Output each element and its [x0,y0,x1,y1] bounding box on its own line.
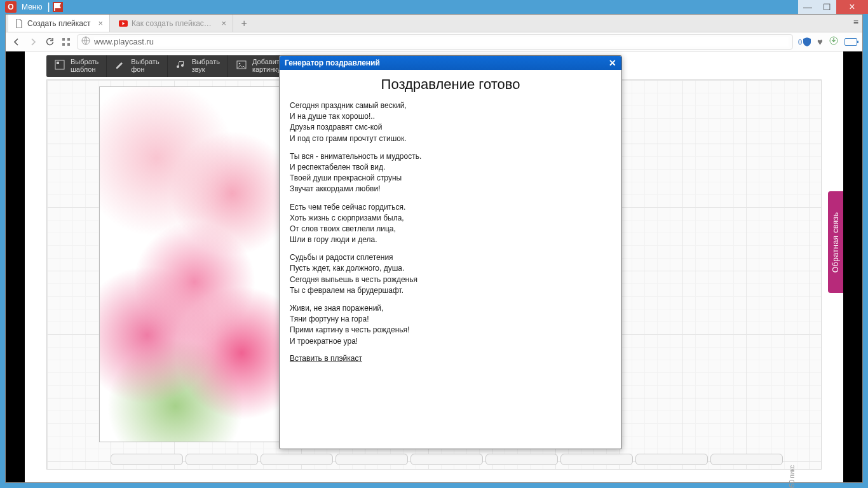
tab-create-playcast[interactable]: Создать плейкаст × [8,15,110,32]
address-field[interactable] [77,34,793,50]
nav-back-button[interactable] [11,36,22,48]
svg-rect-5 [67,43,70,46]
ruler-segment[interactable] [710,454,783,465]
tab-label: Как создать плейкаст - Yo… [132,19,214,28]
window-maximize-button[interactable]: ☐ [817,0,836,14]
greeting-generator-modal: Генератор поздравлений ✕ Поздравление го… [279,55,622,449]
ruler-size-label: 950 пикс [789,465,796,488]
ruler-segment[interactable] [336,454,408,465]
image-icon [236,59,247,73]
paint-icon [114,59,126,73]
modal-titlebar[interactable]: Генератор поздравлений ✕ [280,56,621,70]
ruler-segment[interactable] [186,454,258,465]
opera-logo-icon[interactable]: O [5,1,17,13]
url-input[interactable] [94,37,789,46]
bookmark-heart-icon[interactable]: ♥ [817,36,823,47]
insert-into-playcast-link[interactable]: Вставить в плэйкаст [290,354,362,363]
svg-rect-0 [54,3,55,11]
canvas-image-roses[interactable] [99,86,290,442]
address-bar: 0 ♥ [6,32,862,51]
bottom-ruler [111,454,783,465]
poem-text: Сегодня праздник самый веский,И на душе … [290,100,611,346]
svg-rect-4 [62,43,65,46]
ruler-segment[interactable] [635,454,708,465]
modal-title-text: Генератор поздравлений [285,58,380,67]
globe-icon [81,36,90,48]
choose-sound-button[interactable]: Выбрать звук [168,55,228,77]
choose-template-button[interactable]: Выбрать шаблон [46,55,107,77]
music-icon [175,59,187,73]
modal-heading: Поздравление готово [290,76,611,93]
downloads-icon[interactable] [829,36,838,47]
nav-forward-button[interactable] [27,36,39,48]
tab-overflow-icon[interactable]: ≡ [853,17,858,27]
document-icon [15,19,24,28]
tab-label: Создать плейкаст [27,19,91,28]
close-icon[interactable]: × [98,18,104,28]
ruler-segment[interactable] [261,454,333,465]
tab-strip: Создать плейкаст × Как создать плейкаст … [6,15,862,32]
battery-icon[interactable] [844,38,857,46]
tracker-shield-badge[interactable]: 0 [798,37,811,46]
youtube-icon [119,19,128,28]
tab-youtube[interactable]: Как создать плейкаст - Yo… × [112,15,233,32]
template-icon [54,59,65,73]
nav-reload-button[interactable] [44,36,55,48]
new-tab-button[interactable]: + [236,15,252,32]
browser-frame: Создать плейкаст × Как создать плейкаст … [5,14,863,483]
window-minimize-button[interactable]: — [798,0,817,14]
ruler-segment[interactable] [410,454,483,465]
window-close-button[interactable]: × [836,0,868,14]
svg-point-11 [239,63,241,65]
modal-body: Поздравление готово Сегодня праздник сам… [280,70,621,370]
choose-background-button[interactable]: Выбрать фон [107,55,167,77]
ruler-segment[interactable] [111,454,183,465]
feedback-tab[interactable]: Обратная связь [828,191,843,293]
svg-rect-3 [67,38,70,41]
page-content: Выбрать шаблон Выбрать фон Выбрать звук [25,51,843,482]
editor-toolbar: Выбрать шаблон Выбрать фон Выбрать звук [46,55,292,77]
close-icon[interactable]: × [222,18,227,28]
svg-rect-9 [57,62,59,64]
svg-rect-2 [62,38,65,41]
ruler-segment[interactable] [560,454,633,465]
modal-close-button[interactable]: ✕ [609,58,616,68]
ruler-segment[interactable] [485,454,558,465]
page-viewport: Выбрать шаблон Выбрать фон Выбрать звук [6,51,862,482]
flag-icon[interactable] [53,2,63,12]
window-titlebar: O Меню | — ☐ × [0,0,868,14]
speed-dial-icon[interactable] [60,36,72,48]
opera-menu-button[interactable]: Меню [19,3,44,11]
